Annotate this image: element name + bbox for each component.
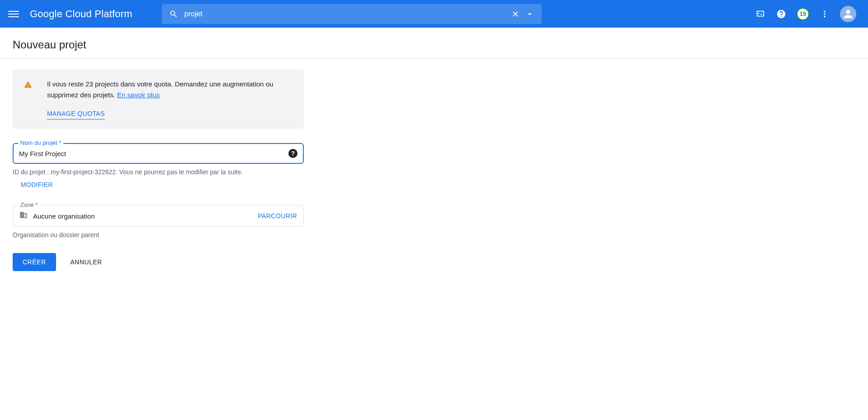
modify-id-button[interactable]: MODIFIER <box>21 181 53 188</box>
field-help-icon[interactable]: ? <box>288 149 297 158</box>
brand-title[interactable]: Google Cloud Platform <box>30 8 132 20</box>
brand-prefix: Google <box>30 8 62 19</box>
zone-label: Zone * <box>18 201 40 208</box>
zone-value: Aucune organisation <box>33 212 252 220</box>
form-actions: CRÉER ANNULER <box>13 253 304 271</box>
zone-field: Zone * Aucune organisation PARCOURIR <box>13 205 304 227</box>
project-name-input[interactable] <box>19 150 288 158</box>
project-name-label: Nom du projet * <box>18 139 63 146</box>
help-icon[interactable] <box>776 9 787 19</box>
more-icon[interactable] <box>819 9 830 19</box>
account-avatar[interactable] <box>840 6 856 22</box>
browse-button[interactable]: PARCOURIR <box>258 212 297 220</box>
search-icon <box>169 10 178 19</box>
search-dropdown-icon[interactable] <box>525 10 534 19</box>
search-input[interactable] <box>184 10 505 18</box>
form-content: Il vous reste 23 projects dans votre quo… <box>0 59 316 282</box>
quota-notice-text: Il vous reste 23 projects dans votre quo… <box>47 80 273 99</box>
organization-icon <box>19 211 28 221</box>
learn-more-link[interactable]: En savoir plus <box>117 91 160 99</box>
page-title-bar: Nouveau projet <box>0 28 868 59</box>
app-header: Google Cloud Platform 15 <box>0 0 868 28</box>
brand-rest: Cloud Platform <box>62 8 132 19</box>
warning-icon <box>24 81 33 119</box>
trial-days-badge[interactable]: 15 <box>797 8 809 20</box>
zone-hint: Organisation ou dossier parent <box>13 231 304 239</box>
menu-icon[interactable] <box>8 9 19 19</box>
quota-notice: Il vous reste 23 projects dans votre quo… <box>13 70 304 129</box>
cloud-shell-icon[interactable] <box>755 9 766 19</box>
clear-search-icon[interactable] <box>511 10 520 19</box>
header-actions: 15 <box>755 6 856 22</box>
manage-quotas-link[interactable]: MANAGE QUOTAS <box>47 109 105 119</box>
cancel-button[interactable]: ANNULER <box>67 253 106 271</box>
page-title: Nouveau projet <box>13 38 855 51</box>
project-id-hint: ID du projet : my-first-project-322622. … <box>13 168 304 176</box>
create-button[interactable]: CRÉER <box>13 253 56 271</box>
project-name-field: Nom du projet * ? <box>13 143 304 164</box>
search-bar[interactable] <box>162 4 542 24</box>
